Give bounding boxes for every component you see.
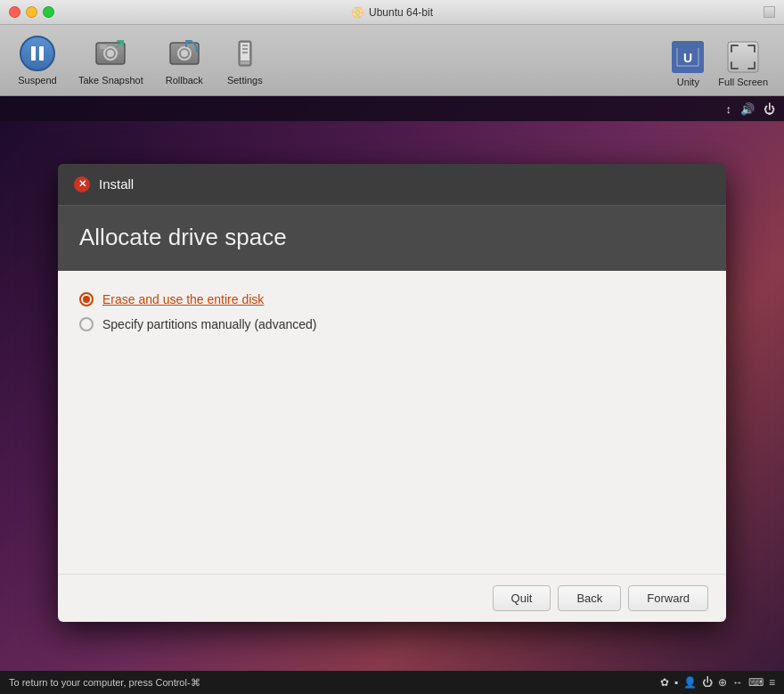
svg-text:U: U — [683, 51, 692, 65]
partition-options: Erase and use the entire disk Specify pa… — [79, 292, 705, 331]
arrows-icon: ↔ — [732, 676, 743, 689]
snapshot-svg — [93, 36, 128, 71]
pause-bar-left — [31, 46, 36, 61]
settings-icon — [227, 36, 263, 71]
suspend-icon — [20, 36, 55, 71]
option-partitions[interactable]: Specify partitions manually (advanced) — [79, 317, 705, 331]
svg-rect-3 — [100, 45, 107, 49]
title-bar: 📀 Ubuntu 64-bit — [0, 0, 784, 25]
install-dialog: ✕ Install Allocate drive space Erase and… — [58, 164, 726, 622]
dialog-content: Erase and use the entire disk Specify pa… — [58, 271, 726, 574]
rollback-label: Rollback — [166, 75, 203, 86]
back-button[interactable]: Back — [558, 585, 621, 611]
toolbar: Suspend — [0, 25, 784, 96]
settings-button[interactable]: Settings — [218, 32, 272, 89]
radio-erase[interactable] — [79, 292, 94, 306]
settings-label: Settings — [227, 75, 263, 86]
keyboard-icon: ⌨ — [748, 676, 764, 689]
option-erase-label: Erase and use the entire disk — [102, 292, 264, 306]
unity-button[interactable]: U Unity — [666, 37, 709, 91]
suspend-label: Suspend — [18, 75, 56, 86]
svg-point-6 — [181, 50, 188, 57]
window-title-text: Ubuntu 64-bit — [369, 6, 433, 19]
dialog-title: Install — [99, 176, 134, 192]
snapshot-button[interactable]: Take Snapshot — [71, 32, 151, 89]
window-title: 📀 Ubuntu 64-bit — [351, 6, 433, 19]
maximize-button[interactable] — [43, 6, 54, 18]
unity-svg: U — [672, 41, 704, 73]
option-partitions-label: Specify partitions manually (advanced) — [102, 317, 316, 331]
resize-handle[interactable] — [764, 6, 775, 18]
quit-button[interactable]: Quit — [493, 585, 551, 611]
radio-partitions[interactable] — [79, 317, 94, 331]
fullscreen-svg — [727, 41, 759, 73]
suspend-button[interactable]: Suspend — [11, 32, 64, 89]
status-message: To return to your computer, press Contro… — [9, 677, 200, 689]
svg-rect-12 — [242, 52, 248, 53]
svg-point-2 — [107, 50, 114, 57]
rollback-svg — [167, 36, 202, 71]
fullscreen-label: Full Screen — [718, 77, 768, 87]
power-status-icon: ⏻ — [702, 676, 713, 689]
pause-bar-right — [39, 46, 44, 61]
dialog-footer: Quit Back Forward — [58, 574, 726, 622]
fullscreen-button[interactable]: Full Screen — [713, 37, 773, 91]
status-icons: ✿ ▪ 👤 ⏻ ⊕ ↔ ⌨ ≡ — [660, 676, 775, 689]
battery-icon: ▪ — [674, 676, 678, 689]
window-title-icon: 📀 — [351, 6, 364, 19]
suspend-icon-circle — [20, 36, 55, 71]
minimize-button[interactable] — [26, 6, 37, 18]
svg-rect-18 — [728, 42, 758, 72]
option-erase[interactable]: Erase and use the entire disk — [79, 292, 705, 306]
snapshot-icon — [93, 36, 128, 71]
vm-window: 📀 Ubuntu 64-bit Suspend — [0, 0, 784, 694]
fullscreen-icon — [727, 41, 759, 73]
status-bar: To return to your computer, press Contro… — [0, 671, 784, 694]
svg-rect-9 — [241, 61, 249, 64]
dialog-heading-bar: Allocate drive space — [58, 206, 726, 271]
network-icon: ⊕ — [718, 676, 727, 689]
settings-svg — [227, 36, 263, 71]
dialog-heading: Allocate drive space — [79, 224, 705, 251]
snapshot-label: Take Snapshot — [78, 75, 143, 86]
ubuntu-desktop: ↕ 🔊 ⏻ ✕ Install Allocate drive space — [0, 96, 784, 671]
dialog-close-button[interactable]: ✕ — [74, 176, 90, 192]
volume-icon[interactable]: 🔊 — [740, 102, 755, 116]
toolbar-right: U Unity — [666, 30, 773, 91]
svg-rect-11 — [242, 48, 248, 50]
sort-icon: ↕ — [726, 102, 732, 116]
title-bar-buttons — [9, 6, 54, 18]
user-icon: 👤 — [683, 676, 697, 689]
dialog-header: ✕ Install — [58, 164, 726, 206]
unity-label: Unity — [677, 77, 699, 87]
unity-icon: U — [672, 41, 704, 73]
power-icon[interactable]: ⏻ — [764, 102, 775, 116]
ubuntu-top-bar: ↕ 🔊 ⏻ — [0, 96, 784, 121]
rollback-icon — [167, 36, 202, 71]
pause-bars — [31, 46, 44, 61]
menu-icon: ≡ — [769, 676, 775, 689]
rollback-button[interactable]: Rollback — [158, 32, 211, 89]
close-button[interactable] — [9, 6, 20, 18]
forward-button[interactable]: Forward — [628, 585, 708, 611]
svg-rect-10 — [242, 45, 248, 46]
bluetooth-icon: ✿ — [660, 676, 669, 689]
radio-erase-fill — [83, 296, 90, 303]
vm-display: ↕ 🔊 ⏻ ✕ Install Allocate drive space — [0, 96, 784, 671]
